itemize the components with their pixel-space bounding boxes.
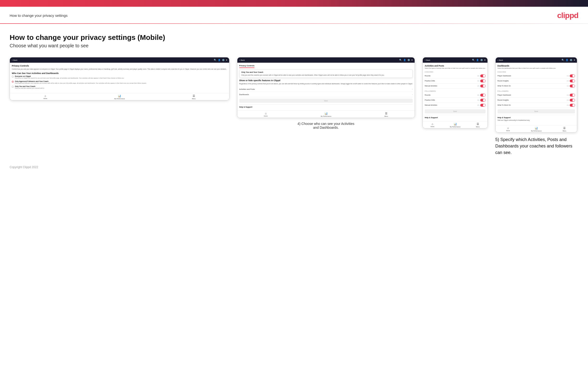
- coaches-round-insights-toggle[interactable]: [570, 80, 575, 82]
- tab-performance-1[interactable]: 📊 My Performance: [114, 94, 125, 100]
- settings-icon-2[interactable]: ⚙️: [407, 59, 410, 61]
- followers-player-dashboard-label: Player Dashboard: [498, 94, 511, 96]
- tab-home-1[interactable]: ⌂ Home: [43, 94, 47, 100]
- radio-desc-coach-only: Only you and the coaches you connect wit…: [15, 87, 44, 89]
- chart-icon-3: 📊: [454, 123, 457, 126]
- followers-player-dashboard-toggle[interactable]: [570, 94, 575, 97]
- screen-unit-3: < Back 🔍 👤 ⚙️ ▾ Activities and Posts Sel…: [423, 57, 488, 128]
- tab-bar-3: ⌂ Home 📊 My Performance ☰ Menu: [423, 121, 487, 128]
- menu-icon: ☰: [193, 94, 195, 98]
- coaches-rounds-toggle[interactable]: [480, 75, 485, 77]
- coaches-rounds-row: Rounds ON: [425, 74, 485, 79]
- menu-icon-2: ☰: [385, 112, 388, 115]
- tab-home-3[interactable]: ⌂ Home: [431, 123, 434, 127]
- who-can-see-title: Who Can See Your Activities and Dashboar…: [12, 72, 227, 75]
- radio-group-1: Everyone on Clippd Everyone on Clippd ca…: [12, 75, 227, 89]
- followers-round-insights-toggle[interactable]: [570, 99, 575, 102]
- back-button-2[interactable]: < Back: [239, 59, 245, 61]
- show-hide-title: Show or hide specific features in Clippd: [239, 79, 413, 82]
- tab-menu-3[interactable]: ☰ Menu: [476, 123, 480, 127]
- tab-performance-2[interactable]: 📊 My Performance: [321, 112, 331, 117]
- show-hide-text: Regardless of the privacy controls that …: [239, 83, 413, 85]
- followers-label-3: FOLLOWERS: [425, 90, 485, 92]
- back-button-3[interactable]: < Back: [425, 59, 430, 61]
- followers-round-insights-row: Round Insights ON: [498, 98, 575, 103]
- tab-performance-4[interactable]: 📊 My Performance: [531, 126, 542, 132]
- person-icon-4[interactable]: 👤: [566, 59, 568, 61]
- person-icon-3[interactable]: 👤: [476, 59, 479, 61]
- help-section-4: Help & Support Visit our Clippd communit…: [498, 115, 575, 121]
- coaches-rounds-label: Rounds: [425, 75, 431, 77]
- tab-home-2[interactable]: ⌂ Home: [264, 112, 268, 117]
- person-icon-2[interactable]: 👤: [403, 59, 406, 61]
- nav-icons-1: 🔍 👤 ⚙️ ▾: [214, 59, 227, 61]
- tab-menu-2[interactable]: ☰ Menu: [385, 112, 388, 117]
- caption-4: 4) Choose who can see your Activities an…: [297, 122, 355, 129]
- coaches-what-to-work-toggle[interactable]: [570, 84, 575, 87]
- followers-rounds-row: Rounds ON: [425, 93, 485, 98]
- save-button-2[interactable]: Save: [239, 99, 413, 103]
- save-button-4[interactable]: Save: [498, 109, 575, 113]
- search-icon-3[interactable]: 🔍: [472, 59, 475, 61]
- back-button-1[interactable]: < Back: [12, 59, 17, 61]
- settings-icon[interactable]: ⚙️: [222, 59, 225, 61]
- activities-posts-link[interactable]: Activities and Posts ›: [239, 87, 413, 92]
- chart-icon-2: 📊: [324, 112, 328, 115]
- privacy-controls-tab[interactable]: Privacy Controls: [239, 65, 255, 68]
- dashboards-link[interactable]: Dashboards ›: [239, 92, 413, 97]
- popup-box: Only You and Your Coach Only you and the…: [239, 69, 413, 78]
- person-icon[interactable]: 👤: [218, 59, 221, 61]
- breadcrumb: How to change your privacy settings: [10, 13, 68, 17]
- activities-title: Activities and Posts: [425, 65, 485, 67]
- nav-icons-3: 🔍 👤 ⚙️ ▾: [472, 59, 485, 61]
- tab-performance-3[interactable]: 📊 My Performance: [450, 123, 460, 127]
- help-title-4: Help & Support: [498, 117, 575, 119]
- followers-practice-toggle[interactable]: [480, 99, 485, 102]
- caption-5: 5) Specify which Activities, Posts and D…: [495, 136, 577, 156]
- menu-icon-4: ☰: [563, 126, 566, 130]
- followers-rounds-toggle[interactable]: [480, 94, 485, 97]
- coaches-what-to-work-row: What To Work On ON: [498, 83, 575, 89]
- help-title-3: Help & Support: [425, 117, 485, 119]
- coaches-practice-toggle[interactable]: [480, 80, 485, 82]
- main-content: How to change your privacy settings (Mob…: [0, 24, 588, 161]
- coaches-round-insights-label: Round Insights: [498, 80, 509, 82]
- coaches-player-dashboard-toggle[interactable]: [570, 75, 575, 77]
- phone-frame-3: < Back 🔍 👤 ⚙️ ▾ Activities and Posts Sel…: [423, 57, 488, 128]
- screen-unit-1: < Back 🔍 👤 ⚙️ ▾ Privacy Controls Control…: [10, 57, 229, 100]
- coaches-manual-label: Manual Activities: [425, 85, 437, 87]
- radio-item-followers[interactable]: Only Approved Followers and Your Coach O…: [12, 80, 227, 84]
- dashboards-title: Dashboards: [498, 65, 575, 67]
- followers-what-to-work-toggle[interactable]: [570, 104, 575, 107]
- radio-item-coach-only[interactable]: Only You and Your Coach Only you and the…: [12, 85, 227, 89]
- followers-what-to-work-row: What To Work On ON: [498, 103, 575, 108]
- settings-icon-4[interactable]: ⚙️: [570, 59, 572, 61]
- settings-icon-3[interactable]: ⚙️: [480, 59, 483, 61]
- chevron-down-icon-3: ▾: [484, 59, 485, 61]
- help-section-2: Help & Support: [239, 104, 413, 108]
- radio-circle-everyone: [12, 76, 14, 78]
- tab-home-4[interactable]: ⌂ Home: [506, 126, 510, 132]
- coaches-manual-toggle[interactable]: [480, 84, 485, 87]
- phone-nav-bar-3: < Back 🔍 👤 ⚙️ ▾: [423, 57, 487, 63]
- followers-manual-toggle[interactable]: [480, 104, 485, 107]
- search-icon-2[interactable]: 🔍: [399, 59, 402, 61]
- radio-item-everyone[interactable]: Everyone on Clippd Everyone on Clippd ca…: [12, 75, 227, 79]
- coaches-round-insights-row: Round Insights ON: [498, 79, 575, 83]
- followers-manual-label: Manual Activities: [425, 104, 437, 106]
- search-icon[interactable]: 🔍: [214, 59, 216, 61]
- top-bar: [0, 0, 588, 7]
- tab-bar-4: ⌂ Home 📊 My Performance ☰ Menu: [496, 125, 577, 132]
- tab-menu-4[interactable]: ☰ Menu: [563, 126, 566, 132]
- phone-body-2: Privacy Controls Only You and Your Coach…: [237, 63, 415, 110]
- tab-menu-1[interactable]: ☰ Menu: [192, 94, 196, 100]
- popup-title: Only You and Your Coach: [242, 71, 411, 73]
- dashboards-label: Dashboards: [239, 93, 249, 96]
- chevron-down-icon: ▾: [226, 59, 227, 61]
- search-icon-4[interactable]: 🔍: [562, 59, 564, 61]
- phone-frame-1: < Back 🔍 👤 ⚙️ ▾ Privacy Controls Control…: [10, 57, 229, 100]
- activities-desc: Select the types of activity that you'd …: [425, 67, 485, 69]
- radio-circle-followers: [12, 81, 14, 83]
- back-button-4[interactable]: < Back: [498, 59, 503, 61]
- save-button-3[interactable]: Save: [425, 109, 485, 113]
